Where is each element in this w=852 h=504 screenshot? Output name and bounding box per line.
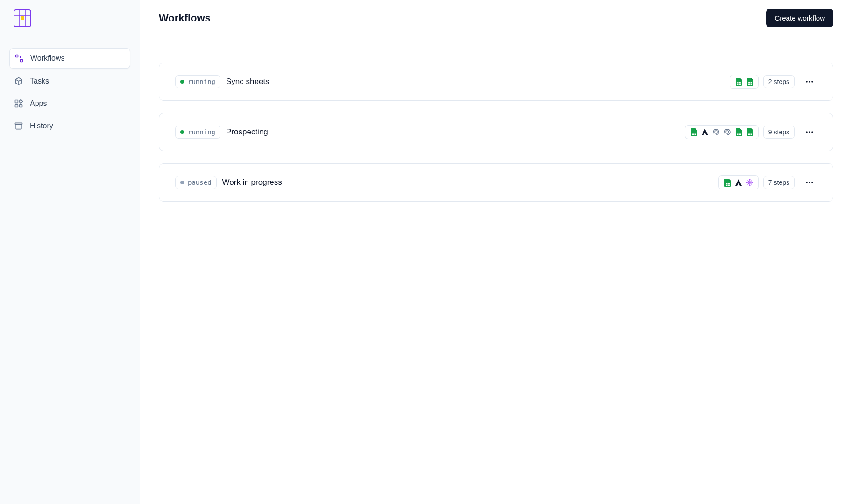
more-button[interactable] xyxy=(802,175,817,190)
workflow-name: Work in progress xyxy=(222,178,282,187)
workflow-icon xyxy=(14,54,24,63)
sidebar-item-history[interactable]: History xyxy=(9,116,130,136)
svg-point-27 xyxy=(809,81,810,82)
cube-icon xyxy=(14,77,23,86)
create-workflow-button[interactable]: Create workflow xyxy=(766,9,833,27)
status-dot xyxy=(180,130,184,134)
app-icons xyxy=(685,125,759,139)
sidebar-item-tasks[interactable]: Tasks xyxy=(9,71,130,91)
sheets-icon xyxy=(745,77,754,86)
status-label: paused xyxy=(188,179,212,186)
svg-rect-18 xyxy=(16,55,18,57)
workflow-name: Prospecting xyxy=(226,127,268,137)
card-right: 2 steps xyxy=(730,74,817,89)
svg-point-32 xyxy=(806,182,807,183)
sheets-icon xyxy=(734,127,743,137)
card-right: 9 steps xyxy=(685,125,817,140)
card-right: 7 steps xyxy=(718,175,817,190)
sidebar-item-workflows[interactable]: Workflows xyxy=(9,48,130,69)
steps-badge: 7 steps xyxy=(763,176,795,189)
status-dot xyxy=(180,181,184,184)
sidebar-item-label: Workflows xyxy=(30,54,65,63)
sidebar-item-apps[interactable]: Apps xyxy=(9,94,130,113)
page-title: Workflows xyxy=(159,12,211,24)
svg-point-30 xyxy=(809,132,810,133)
sidebar-item-label: Tasks xyxy=(30,77,49,85)
apps-icon xyxy=(14,99,23,108)
svg-rect-19 xyxy=(21,60,23,62)
openai-icon xyxy=(723,127,732,137)
svg-rect-22 xyxy=(20,105,22,107)
workflow-card[interactable]: runningProspecting9 steps xyxy=(159,113,833,151)
sheets-icon xyxy=(745,127,754,137)
svg-point-26 xyxy=(806,81,807,82)
steps-badge: 9 steps xyxy=(763,126,795,139)
workflow-name: Sync sheets xyxy=(226,77,270,86)
svg-point-29 xyxy=(806,132,807,133)
app-icons xyxy=(718,175,759,189)
steps-badge: 2 steps xyxy=(763,75,795,88)
sidebar-item-label: Apps xyxy=(30,99,47,108)
svg-rect-24 xyxy=(15,123,22,124)
logo xyxy=(13,9,32,28)
status-dot xyxy=(180,80,184,84)
status-badge: running xyxy=(175,75,220,88)
card-left: runningProspecting xyxy=(175,126,268,139)
more-button[interactable] xyxy=(802,125,817,140)
card-left: runningSync sheets xyxy=(175,75,270,88)
workflow-card[interactable]: pausedWork in progress7 steps xyxy=(159,163,833,202)
status-label: running xyxy=(188,128,215,136)
svg-point-34 xyxy=(812,182,813,183)
svg-point-31 xyxy=(812,132,813,133)
status-badge: running xyxy=(175,126,220,139)
svg-point-28 xyxy=(812,81,813,82)
agent-icon xyxy=(734,178,743,187)
more-button[interactable] xyxy=(802,74,817,89)
sheets-icon xyxy=(734,77,743,86)
svg-rect-23 xyxy=(19,99,22,103)
workflow-card[interactable]: runningSync sheets2 steps xyxy=(159,63,833,101)
agent-icon xyxy=(700,127,710,137)
archive-icon xyxy=(14,121,23,131)
sidebar-item-label: History xyxy=(30,122,53,130)
nav: WorkflowsTasksAppsHistory xyxy=(9,48,130,136)
app-icons xyxy=(730,75,759,89)
svg-point-33 xyxy=(809,182,810,183)
svg-rect-21 xyxy=(15,105,18,107)
status-badge: paused xyxy=(175,176,217,189)
svg-rect-20 xyxy=(15,100,18,103)
card-left: pausedWork in progress xyxy=(175,176,282,189)
status-label: running xyxy=(188,78,215,85)
main: Workflows Create workflow runningSync sh… xyxy=(140,0,852,504)
sheets-icon xyxy=(723,178,732,187)
svg-rect-17 xyxy=(21,16,24,20)
stackly-icon xyxy=(745,178,754,187)
sheets-icon xyxy=(689,127,698,137)
openai-icon xyxy=(711,127,721,137)
workflow-list: runningSync sheets2 stepsrunningProspect… xyxy=(140,36,852,228)
header: Workflows Create workflow xyxy=(140,0,852,36)
sidebar: WorkflowsTasksAppsHistory xyxy=(0,0,140,504)
